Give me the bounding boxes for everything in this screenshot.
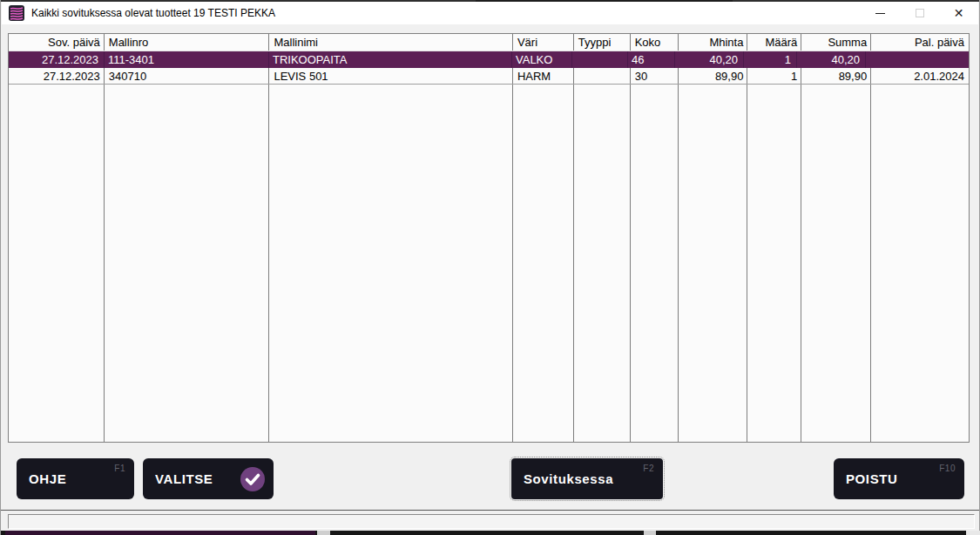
app-window: Kaikki sovituksessa olevat tuotteet 19 T… [0,0,980,535]
column-header-maara: Määrä [747,34,801,51]
column-header-vari: Väri [513,34,574,51]
window-title: Kaikki sovituksessa olevat tuotteet 19 T… [31,7,275,19]
in-fitting-button-fkey: F2 [643,464,654,473]
in-fitting-button-label: Sovituksessa [524,471,613,486]
close-icon: ✕ [954,7,964,19]
cell-mhinta: 89,90 [679,68,748,84]
help-button-label: OHJE [29,471,66,486]
check-circle-icon [240,466,266,492]
app-logo-icon [9,5,24,21]
table-grid-lines [9,34,969,442]
cell-sov-paiva: 27.12.2023 [9,68,105,84]
cell-mhinta: 40,20 [674,51,744,68]
table-row[interactable]: 27.12.2023 340710 LEVIS 501 HARM 30 89,9… [9,68,969,85]
cell-vari: HARM [513,68,574,84]
cell-summa: 40,20 [796,51,866,68]
help-button[interactable]: OHJE F1 [17,458,134,499]
cell-koko: 30 [631,68,679,84]
exit-button-fkey: F10 [939,464,956,473]
in-fitting-button[interactable]: Sovituksessa F2 [511,458,663,499]
column-header-mallinimi: Mallinimi [269,34,512,51]
status-separator [1,510,979,511]
help-button-fkey: F1 [114,464,125,473]
cell-mallinro: 111-3401 [104,51,269,68]
cell-pal-paiva: 2.01.2024 [871,68,969,84]
table-header-row: Sov. päivä Mallinro Mallinimi Väri Tyypp… [9,34,969,51]
cell-tyyppi [574,68,631,84]
column-header-mhinta: Mhinta [679,34,748,51]
background-taskbar-strip [1,531,979,535]
cell-maara: 1 [747,68,801,84]
exit-button[interactable]: POISTU F10 [834,458,964,499]
cell-koko: 46 [627,51,675,68]
cell-pal-paiva [865,51,963,68]
select-button[interactable]: VALITSE [143,458,274,499]
minimize-button[interactable] [861,2,900,24]
cell-mallinimi: LEVIS 501 [269,68,512,84]
maximize-icon [916,9,924,17]
column-header-sov-paiva: Sov. päivä [9,34,105,51]
products-table: Sov. päivä Mallinro Mallinimi Väri Tyypp… [8,33,970,443]
background-strip-purple [5,531,315,535]
cell-mallinro: 340710 [105,68,270,84]
column-header-tyyppi: Tyyppi [574,34,631,51]
select-button-label: VALITSE [155,471,213,486]
maximize-button [900,2,939,24]
titlebar: Kaikki sovituksessa olevat tuotteet 19 T… [2,2,978,24]
close-button[interactable]: ✕ [939,2,978,24]
column-header-summa: Summa [801,34,871,51]
column-header-koko: Koko [631,34,679,51]
background-strip-gap [966,531,980,535]
table-row-selected[interactable]: 27.12.2023 111-3401 TRIKOOPAITA VALKO 46… [9,51,969,68]
cell-tyyppi [571,51,628,68]
cell-sov-paiva: 27.12.2023 [9,51,105,68]
background-strip-gap [317,531,330,535]
column-header-pal-paiva: Pal. päivä [871,34,969,51]
background-strip-gap [644,531,656,535]
minimize-icon [875,13,885,14]
cell-summa: 89,90 [801,68,871,84]
exit-button-label: POISTU [846,471,897,486]
column-header-mallinro: Mallinro [105,34,270,51]
window-controls: ✕ [861,2,978,24]
cell-maara: 1 [743,51,797,68]
cell-mallinimi: TRIKOOPAITA [268,51,512,68]
cell-vari: VALKO [511,51,572,68]
status-bar [8,514,975,529]
